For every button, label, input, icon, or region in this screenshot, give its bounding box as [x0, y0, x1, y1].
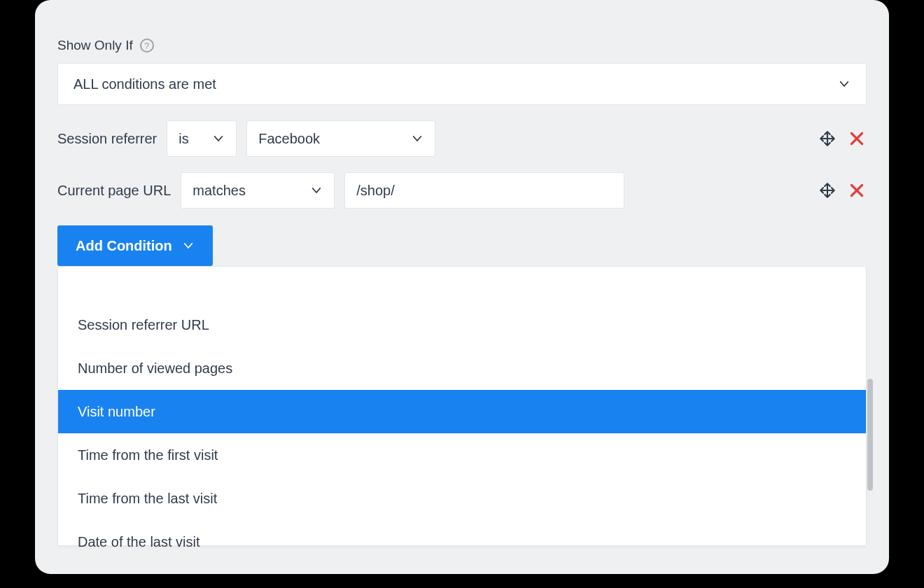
- dropdown-item-session-referrer-url[interactable]: Session referrer URL: [58, 303, 866, 346]
- dropdown-item-label: Visit number: [78, 404, 155, 420]
- delete-icon[interactable]: [847, 129, 867, 148]
- condition-operator-select[interactable]: matches: [181, 172, 335, 209]
- dropdown-item-label: Session referrer URL: [78, 317, 209, 333]
- add-condition-dropdown: Session referrer URL Number of viewed pa…: [57, 266, 867, 546]
- match-mode-value: ALL conditions are met: [74, 76, 216, 92]
- chevron-down-icon: [212, 132, 225, 145]
- condition-operator-value: matches: [192, 183, 246, 199]
- match-mode-select[interactable]: ALL conditions are met: [57, 63, 867, 105]
- dropdown-item-visit-number[interactable]: Visit number: [58, 390, 866, 433]
- dropdown-item-viewed-pages[interactable]: Number of viewed pages: [58, 346, 866, 390]
- condition-operator-value: is: [178, 131, 188, 147]
- drag-handle-icon[interactable]: [818, 181, 837, 200]
- dropdown-item-label: Number of viewed pages: [78, 360, 232, 377]
- condition-row: Current page URL matches /shop/: [57, 172, 867, 209]
- condition-operator-select[interactable]: is: [167, 120, 237, 157]
- add-condition-button[interactable]: Add Condition: [57, 225, 213, 266]
- condition-field-label: Current page URL: [57, 183, 171, 199]
- condition-value: Facebook: [258, 131, 320, 147]
- chevron-down-icon: [310, 184, 323, 197]
- condition-value-select[interactable]: Facebook: [246, 120, 435, 157]
- chevron-down-icon: [182, 239, 195, 252]
- chevron-down-icon: [411, 132, 424, 145]
- condition-row: Session referrer is Facebook: [57, 120, 867, 157]
- section-header: Show Only If ?: [57, 38, 867, 53]
- condition-field-label: Session referrer: [57, 131, 157, 147]
- condition-value: /shop/: [356, 183, 394, 199]
- dropdown-item-date-last-visit[interactable]: Date of the last visit: [58, 520, 866, 564]
- help-icon[interactable]: ?: [140, 38, 154, 52]
- dropdown-item-time-first-visit[interactable]: Time from the first visit: [58, 433, 866, 477]
- dropdown-item-time-last-visit[interactable]: Time from the last visit: [58, 477, 866, 520]
- dropdown-item-label: Date of the last visit: [78, 534, 200, 550]
- chevron-down-icon: [838, 78, 850, 90]
- conditions-panel: Show Only If ? ALL conditions are met Se…: [35, 0, 889, 574]
- add-condition-label: Add Condition: [76, 238, 172, 254]
- dropdown-item-label: Time from the first visit: [78, 447, 218, 463]
- drag-handle-icon[interactable]: [818, 129, 837, 148]
- scrollbar-thumb[interactable]: [867, 379, 873, 491]
- condition-value-input[interactable]: /shop/: [344, 172, 624, 209]
- dropdown-item-label: Time from the last visit: [78, 491, 217, 507]
- delete-icon[interactable]: [847, 181, 867, 200]
- section-title: Show Only If: [57, 38, 133, 53]
